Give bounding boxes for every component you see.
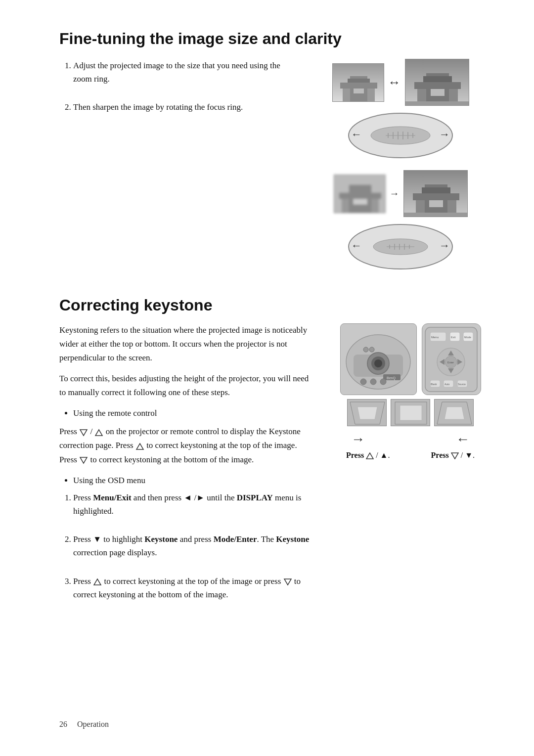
keystone-arrows: → ← [346,429,475,449]
keystone-trap-top [347,399,387,426]
keystone-osd-steps: Press Menu/Exit and then press ◄ /► unti… [59,491,316,601]
press-label-left: Press / ▲. [346,451,390,460]
svg-text:←: ← [351,239,362,252]
fine-tuning-title: Fine-tuning the image size and clarity [59,30,490,48]
arch-image-blurry [334,175,386,213]
keystone-method-remote: Using the remote control [73,406,316,420]
keystone-method-osd: Using the OSD menu [73,474,316,487]
svg-marker-54 [94,579,101,585]
svg-text:Mode: Mode [464,336,471,339]
svg-marker-50 [80,430,87,436]
fine-tuning-step-1: Adjust the projected image to the size t… [73,59,297,86]
keystone-osd-list-header: Using the OSD menu [59,474,316,487]
fine-tuning-text: Adjust the projected image to the size t… [59,59,297,276]
svg-point-66 [370,379,376,385]
svg-text:→: → [439,239,450,252]
svg-rect-12 [414,82,461,89]
svg-text:←: ← [351,128,362,140]
svg-text:BenQ: BenQ [387,376,396,380]
zoom-image-group: ↔ [332,59,469,165]
svg-point-67 [380,379,386,385]
projector-image: BenQ [340,323,417,395]
footer-operation-label: Operation [77,720,109,729]
svg-point-62 [369,347,374,352]
svg-rect-31 [339,193,381,199]
arch-image-sharp [403,170,468,217]
svg-point-65 [360,379,366,385]
svg-rect-5 [340,83,377,89]
svg-rect-30 [371,199,379,213]
svg-text:Source: Source [458,383,466,386]
keystone-layout: Keystoning refers to the situation where… [59,323,490,616]
fine-tuning-images: ↔ [312,59,490,276]
svg-text:Auto: Auto [445,383,450,386]
zoom-arrow: ↔ [388,75,401,90]
keystone-rect [391,399,430,426]
svg-marker-53 [80,457,87,463]
svg-marker-52 [136,444,143,449]
svg-rect-37 [413,193,459,200]
svg-point-61 [363,347,368,352]
keystone-up-sym [94,429,103,437]
page-footer: 26 Operation [59,720,109,729]
keystone-osd-step-3: Press to correct keystoning at the top o… [73,575,316,601]
keystone-down-sym [79,429,88,437]
svg-point-60 [374,359,382,367]
keystone-osd-step-2: Press ▼ to highlight Keystone and press … [73,533,316,559]
keystone-intro1: Keystoning refers to the situation where… [59,323,316,365]
focus-ring-illustration: ← → [346,222,455,271]
svg-rect-38 [422,187,450,193]
focus-arrow: → [390,188,400,199]
svg-rect-91 [400,405,422,420]
svg-rect-29 [342,199,349,213]
page-number: 26 [59,720,67,729]
svg-text:Enter: Enter [447,361,454,364]
svg-marker-93 [445,407,464,419]
svg-rect-6 [348,79,370,83]
keystone-images-column: BenQ Menu [331,323,490,616]
svg-text:Exit: Exit [451,336,456,339]
svg-rect-4 [367,89,375,102]
svg-text:→: → [439,128,450,140]
keystone-method-list: Using the remote control [59,406,316,420]
press-labels-row: Press / ▲. Press / ▼. [346,451,475,460]
press-down-sym-right [451,452,459,459]
svg-marker-95 [451,453,458,459]
fine-tuning-step-2: Then sharpen the image by rotating the f… [73,100,297,114]
svg-text:Menu: Menu [431,336,439,339]
page: Fine-tuning the image size and clarity A… [0,0,534,756]
svg-rect-13 [423,76,452,82]
keystone-title: Correcting keystone [59,296,490,314]
keystone-arrow-right: → [351,431,365,447]
press-up-sym-left [366,452,374,459]
focus-img-row: → [334,170,468,217]
svg-marker-89 [357,407,377,419]
svg-rect-3 [343,89,350,102]
press-label-right: Press / ▼. [431,451,475,460]
svg-rect-39 [404,213,468,217]
keystone-correction-images [347,399,474,426]
keystone-remote-text: Press / on the projector or remote contr… [59,425,316,466]
remote-control-image: Menu Exit Mode Enter [422,323,481,395]
keystone-intro2: To correct this, besides adjusting the h… [59,372,316,400]
focus-image-group: → [334,170,468,276]
svg-marker-51 [95,430,102,436]
keystone-osd-step-1: Press Menu/Exit and then press ◄ /► unti… [73,491,316,518]
fine-tuning-layout: Adjust the projected image to the size t… [59,59,490,276]
svg-rect-14 [405,101,469,106]
keystone-trap-bottom [434,399,474,426]
zoom-img-row: ↔ [332,59,469,106]
keystone-text-column: Keystoning refers to the situation where… [59,323,316,616]
arch-image-large [405,59,469,106]
keystone-arrow-left: ← [456,431,470,447]
zoom-ring-illustration: ← → [346,111,455,160]
remote-image-container: BenQ Menu [340,323,481,395]
svg-marker-55 [284,579,291,585]
svg-text:Blank: Blank [431,383,437,386]
arch-image-small [332,63,384,102]
svg-marker-94 [366,453,373,459]
